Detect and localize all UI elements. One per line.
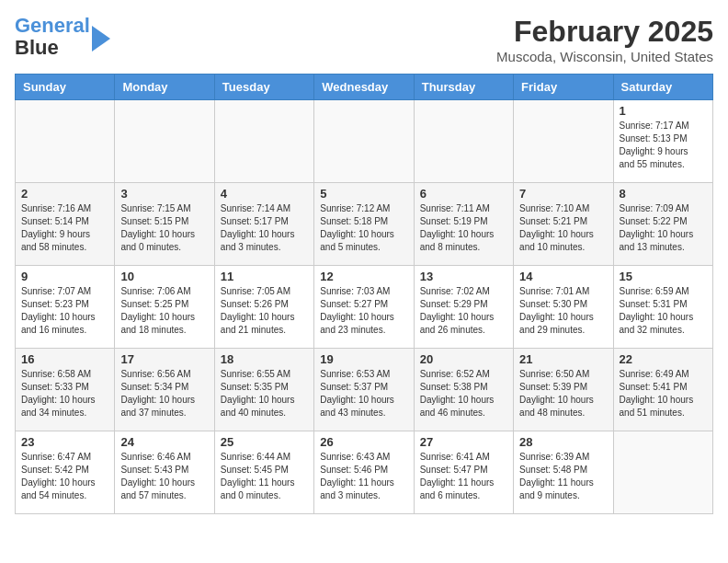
calendar-cell: 5Sunrise: 7:12 AM Sunset: 5:18 PM Daylig… (314, 183, 414, 266)
logo: General Blue (15, 15, 110, 59)
day-info: Sunrise: 7:01 AM Sunset: 5:30 PM Dayligh… (519, 285, 607, 337)
calendar-cell: 12Sunrise: 7:03 AM Sunset: 5:27 PM Dayli… (314, 266, 414, 349)
calendar-cell: 16Sunrise: 6:58 AM Sunset: 5:33 PM Dayli… (16, 349, 115, 431)
day-number: 6 (420, 187, 507, 201)
day-info: Sunrise: 7:03 AM Sunset: 5:27 PM Dayligh… (320, 285, 407, 337)
calendar-cell: 1Sunrise: 7:17 AM Sunset: 5:13 PM Daylig… (613, 100, 712, 183)
calendar-table: SundayMondayTuesdayWednesdayThursdayFrid… (15, 74, 713, 514)
day-number: 25 (221, 435, 308, 449)
day-number: 26 (320, 435, 407, 449)
day-info: Sunrise: 6:50 AM Sunset: 5:39 PM Dayligh… (519, 368, 607, 419)
calendar-cell: 26Sunrise: 6:43 AM Sunset: 5:46 PM Dayli… (314, 431, 414, 514)
day-number: 24 (120, 435, 208, 449)
day-number: 16 (21, 352, 108, 366)
day-number: 20 (420, 352, 507, 366)
weekday-header: Tuesday (214, 75, 313, 100)
day-info: Sunrise: 6:46 AM Sunset: 5:43 PM Dayligh… (120, 451, 208, 502)
day-info: Sunrise: 6:59 AM Sunset: 5:31 PM Dayligh… (620, 285, 707, 337)
day-number: 11 (221, 270, 308, 283)
calendar-cell: 25Sunrise: 6:44 AM Sunset: 5:45 PM Dayli… (214, 431, 313, 514)
calendar-cell: 7Sunrise: 7:10 AM Sunset: 5:21 PM Daylig… (514, 183, 613, 266)
day-info: Sunrise: 6:56 AM Sunset: 5:34 PM Dayligh… (120, 368, 208, 419)
day-number: 22 (620, 352, 707, 366)
calendar-cell (16, 100, 115, 183)
day-number: 12 (320, 270, 407, 283)
calendar-cell: 28Sunrise: 6:39 AM Sunset: 5:48 PM Dayli… (514, 431, 613, 514)
day-info: Sunrise: 6:44 AM Sunset: 5:45 PM Dayligh… (221, 451, 308, 502)
calendar-cell: 9Sunrise: 7:07 AM Sunset: 5:23 PM Daylig… (16, 266, 115, 349)
calendar-cell (214, 100, 313, 183)
day-number: 19 (320, 352, 407, 366)
logo-text: General Blue (15, 15, 90, 59)
day-number: 18 (221, 352, 308, 366)
calendar-cell: 13Sunrise: 7:02 AM Sunset: 5:29 PM Dayli… (414, 266, 513, 349)
day-info: Sunrise: 7:16 AM Sunset: 5:14 PM Dayligh… (21, 202, 108, 254)
day-info: Sunrise: 6:41 AM Sunset: 5:47 PM Dayligh… (420, 451, 507, 502)
calendar-cell: 8Sunrise: 7:09 AM Sunset: 5:22 PM Daylig… (613, 183, 712, 266)
calendar-cell (613, 431, 712, 514)
day-number: 10 (120, 270, 208, 283)
calendar-cell: 27Sunrise: 6:41 AM Sunset: 5:47 PM Dayli… (414, 431, 513, 514)
day-number: 27 (420, 435, 507, 449)
day-info: Sunrise: 6:47 AM Sunset: 5:42 PM Dayligh… (21, 451, 108, 502)
logo-arrow-icon (92, 26, 110, 52)
day-info: Sunrise: 7:07 AM Sunset: 5:23 PM Dayligh… (21, 285, 108, 337)
logo-line2: Blue (15, 36, 59, 59)
day-info: Sunrise: 7:11 AM Sunset: 5:19 PM Dayligh… (420, 202, 507, 254)
month-title: February 2025 (496, 15, 713, 49)
day-number: 28 (519, 435, 607, 449)
weekday-header: Friday (514, 75, 613, 100)
weekday-header: Saturday (613, 75, 712, 100)
calendar-cell: 15Sunrise: 6:59 AM Sunset: 5:31 PM Dayli… (613, 266, 712, 349)
location: Muscoda, Wisconsin, United States (496, 49, 713, 64)
calendar-cell: 10Sunrise: 7:06 AM Sunset: 5:25 PM Dayli… (115, 266, 214, 349)
calendar-cell: 2Sunrise: 7:16 AM Sunset: 5:14 PM Daylig… (16, 183, 115, 266)
day-number: 4 (221, 187, 308, 201)
day-info: Sunrise: 7:09 AM Sunset: 5:22 PM Dayligh… (620, 202, 707, 254)
day-number: 23 (21, 435, 108, 449)
day-number: 9 (21, 270, 108, 283)
calendar-week-row: 23Sunrise: 6:47 AM Sunset: 5:42 PM Dayli… (16, 431, 713, 514)
calendar-header-row: SundayMondayTuesdayWednesdayThursdayFrid… (16, 75, 713, 100)
day-number: 3 (120, 187, 208, 201)
calendar-cell: 22Sunrise: 6:49 AM Sunset: 5:41 PM Dayli… (613, 349, 712, 431)
weekday-header: Monday (115, 75, 214, 100)
day-number: 14 (519, 270, 607, 283)
calendar-cell: 18Sunrise: 6:55 AM Sunset: 5:35 PM Dayli… (214, 349, 313, 431)
calendar-week-row: 1Sunrise: 7:17 AM Sunset: 5:13 PM Daylig… (16, 100, 713, 183)
day-info: Sunrise: 7:17 AM Sunset: 5:13 PM Dayligh… (620, 120, 707, 171)
day-info: Sunrise: 7:14 AM Sunset: 5:17 PM Dayligh… (221, 202, 308, 254)
day-info: Sunrise: 6:39 AM Sunset: 5:48 PM Dayligh… (519, 451, 607, 502)
day-info: Sunrise: 6:52 AM Sunset: 5:38 PM Dayligh… (420, 368, 507, 419)
day-info: Sunrise: 7:06 AM Sunset: 5:25 PM Dayligh… (120, 285, 208, 337)
calendar-cell (514, 100, 613, 183)
day-info: Sunrise: 7:05 AM Sunset: 5:26 PM Dayligh… (221, 285, 308, 337)
weekday-header: Wednesday (314, 75, 414, 100)
calendar-week-row: 16Sunrise: 6:58 AM Sunset: 5:33 PM Dayli… (16, 349, 713, 431)
day-number: 21 (519, 352, 607, 366)
day-info: Sunrise: 7:15 AM Sunset: 5:15 PM Dayligh… (120, 202, 208, 254)
day-info: Sunrise: 6:58 AM Sunset: 5:33 PM Dayligh… (21, 368, 108, 419)
calendar-cell: 17Sunrise: 6:56 AM Sunset: 5:34 PM Dayli… (115, 349, 214, 431)
calendar-cell: 23Sunrise: 6:47 AM Sunset: 5:42 PM Dayli… (16, 431, 115, 514)
day-info: Sunrise: 7:02 AM Sunset: 5:29 PM Dayligh… (420, 285, 507, 337)
day-info: Sunrise: 6:49 AM Sunset: 5:41 PM Dayligh… (620, 368, 707, 419)
page-header: General Blue February 2025 Muscoda, Wisc… (15, 15, 713, 64)
day-number: 5 (320, 187, 407, 201)
calendar-cell: 4Sunrise: 7:14 AM Sunset: 5:17 PM Daylig… (214, 183, 313, 266)
day-info: Sunrise: 6:53 AM Sunset: 5:37 PM Dayligh… (320, 368, 407, 419)
calendar-cell: 3Sunrise: 7:15 AM Sunset: 5:15 PM Daylig… (115, 183, 214, 266)
day-number: 13 (420, 270, 507, 283)
calendar-cell (314, 100, 414, 183)
calendar-cell: 24Sunrise: 6:46 AM Sunset: 5:43 PM Dayli… (115, 431, 214, 514)
title-block: February 2025 Muscoda, Wisconsin, United… (496, 15, 713, 64)
day-number: 8 (620, 187, 707, 201)
calendar-cell: 19Sunrise: 6:53 AM Sunset: 5:37 PM Dayli… (314, 349, 414, 431)
day-info: Sunrise: 7:10 AM Sunset: 5:21 PM Dayligh… (519, 202, 607, 254)
day-number: 2 (21, 187, 108, 201)
weekday-header: Sunday (16, 75, 115, 100)
day-number: 1 (620, 104, 707, 118)
logo-line1: General (15, 14, 90, 37)
day-info: Sunrise: 6:43 AM Sunset: 5:46 PM Dayligh… (320, 451, 407, 502)
day-info: Sunrise: 7:12 AM Sunset: 5:18 PM Dayligh… (320, 202, 407, 254)
